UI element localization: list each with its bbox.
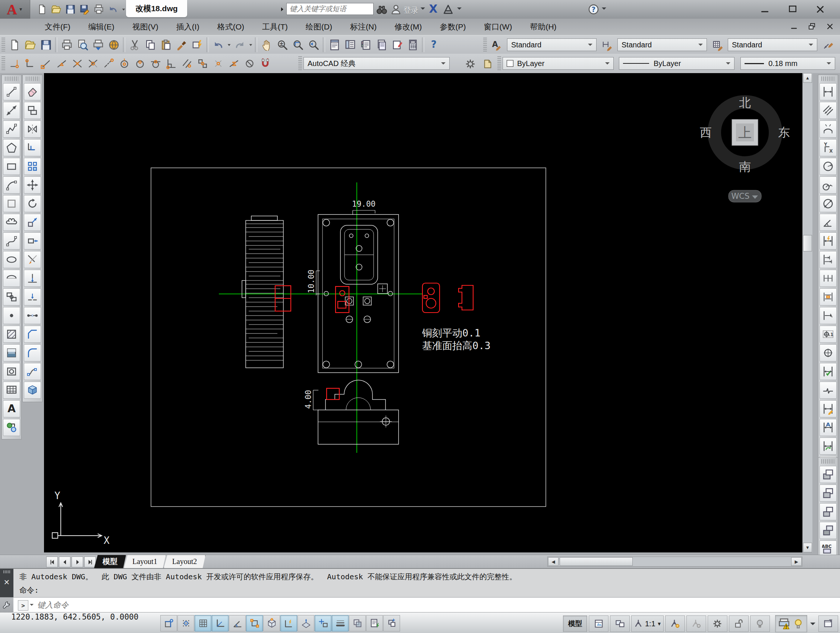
table-button[interactable] xyxy=(3,381,20,399)
undo-button[interactable] xyxy=(210,37,226,52)
inspect-button[interactable] xyxy=(819,363,837,380)
minimize-button[interactable] xyxy=(756,2,774,16)
apparent-intersection-button[interactable] xyxy=(85,55,101,71)
trim-button[interactable] xyxy=(24,251,41,268)
autocad-logo-icon[interactable]: A▼ xyxy=(0,0,30,19)
save-as-button[interactable] xyxy=(78,3,92,16)
osnap-3d-toggle[interactable] xyxy=(263,615,280,631)
join-button[interactable] xyxy=(24,307,41,324)
infer-constraints-toggle[interactable] xyxy=(160,615,177,631)
menu-item[interactable]: 修改(M) xyxy=(385,19,431,35)
hatch-button[interactable] xyxy=(3,326,20,343)
save-button[interactable] xyxy=(64,3,77,16)
maximize-button[interactable] xyxy=(784,2,801,16)
perpendicular-button[interactable] xyxy=(163,55,179,71)
change-space-button[interactable] xyxy=(3,419,20,436)
aligned-button[interactable] xyxy=(819,102,837,119)
text-style-select[interactable]: Standard xyxy=(507,38,597,51)
autodesk-360-icon[interactable] xyxy=(442,3,454,15)
plot-button[interactable] xyxy=(92,3,106,16)
point-button[interactable] xyxy=(3,307,20,324)
new-button[interactable] xyxy=(35,3,49,16)
close-button[interactable] xyxy=(812,2,829,16)
menu-item[interactable]: 标注(N) xyxy=(341,19,385,35)
menu-item[interactable]: 参数(P) xyxy=(431,19,475,35)
dropdown-arrow[interactable] xyxy=(120,2,126,17)
sheet-set-manager-button[interactable] xyxy=(374,37,389,52)
jogged-button[interactable] xyxy=(819,176,837,194)
ortho-toggle[interactable] xyxy=(212,615,229,631)
tolerance-button[interactable]: .1 xyxy=(819,326,837,343)
layout-tab-Layout1[interactable]: Layout1 xyxy=(124,555,166,568)
copy-button[interactable] xyxy=(24,102,41,119)
doc-close-button[interactable] xyxy=(824,21,836,32)
menu-item[interactable]: 帮助(H) xyxy=(521,19,565,35)
login-caret-icon[interactable] xyxy=(420,8,425,12)
polyline-button[interactable] xyxy=(3,120,20,138)
menu-item[interactable]: 编辑(E) xyxy=(79,19,123,35)
paste-button[interactable] xyxy=(158,37,174,52)
toolbar-grip[interactable] xyxy=(821,76,835,81)
color-select[interactable]: ByLayer xyxy=(502,57,614,70)
dim-style-select[interactable]: Standard xyxy=(617,38,707,51)
region-button[interactable] xyxy=(3,363,20,380)
command-close-icon[interactable]: ✕ xyxy=(4,579,10,586)
expand-arrow-icon[interactable] xyxy=(279,5,286,14)
scale-button[interactable] xyxy=(24,214,41,231)
publish-button[interactable] xyxy=(90,37,106,52)
quick-dim-button[interactable] xyxy=(819,233,837,250)
vertical-scroll-thumb[interactable] xyxy=(803,235,812,252)
menu-item[interactable]: 插入(I) xyxy=(167,19,208,35)
help-caret-icon[interactable] xyxy=(602,8,606,12)
mleader-style-button[interactable] xyxy=(820,37,836,53)
baseline-button[interactable] xyxy=(819,251,837,268)
extend-button[interactable] xyxy=(24,270,41,287)
toolbar-grip[interactable] xyxy=(821,459,835,464)
menu-item[interactable]: 绘图(D) xyxy=(297,19,341,35)
rotate-button[interactable] xyxy=(24,195,41,212)
workspace-switch-button[interactable] xyxy=(707,616,727,632)
ordinate-button[interactable]: YX xyxy=(819,139,837,156)
endpoint-button[interactable] xyxy=(38,55,54,71)
scroll-up-button[interactable]: ▲ xyxy=(803,73,812,83)
table-style-button[interactable] xyxy=(710,37,726,53)
command-input[interactable] xyxy=(36,599,560,611)
tray-caret-icon[interactable] xyxy=(810,623,815,628)
temp-track-point-button[interactable] xyxy=(7,55,22,71)
a360-caret-icon[interactable] xyxy=(457,8,461,12)
drawing-canvas[interactable]: 19.00 10.00 4.00 铜刻平动0.1 基准面抬高0.3 Y X xyxy=(44,73,802,552)
menu-item[interactable]: 文件(F) xyxy=(36,19,79,35)
toolbar-grip[interactable] xyxy=(483,38,487,52)
design-center-button[interactable] xyxy=(342,37,358,52)
open-button[interactable] xyxy=(22,37,38,52)
performance-tuner-icon[interactable] xyxy=(792,617,805,630)
toolbar-grip[interactable] xyxy=(2,56,5,71)
quick-view-layouts-button[interactable] xyxy=(589,616,608,632)
clean-screen-button[interactable] xyxy=(818,616,838,632)
osnap-settings-button[interactable] xyxy=(257,55,273,71)
midpoint-button[interactable] xyxy=(54,55,69,71)
markup-set-manager-button[interactable] xyxy=(389,37,405,52)
menu-item[interactable]: 视图(V) xyxy=(123,19,167,35)
continue-button[interactable] xyxy=(819,270,837,287)
workspace-settings-button[interactable] xyxy=(462,56,478,71)
dim-break-button[interactable] xyxy=(819,307,837,324)
jogged-linear-button[interactable] xyxy=(819,381,837,399)
tool-palettes-button[interactable] xyxy=(358,37,374,52)
extension-button[interactable] xyxy=(101,55,116,71)
dim-update-button[interactable] xyxy=(819,438,837,455)
text-style-button[interactable]: A xyxy=(488,37,504,52)
angular-button[interactable] xyxy=(819,214,837,231)
exchange-apps-icon[interactable]: X xyxy=(427,3,439,15)
annotation-visibility-button[interactable] xyxy=(665,616,685,632)
lineweight-select[interactable]: 0.18 mm xyxy=(741,57,835,70)
dim-text-edit-button[interactable]: A xyxy=(819,419,837,436)
prev-tab-button[interactable] xyxy=(59,557,71,567)
layout-tab-Layout2[interactable]: Layout2 xyxy=(164,555,206,568)
block-editor-button[interactable] xyxy=(189,37,205,52)
offset-button[interactable] xyxy=(24,139,41,156)
ducs-toggle[interactable] xyxy=(297,615,314,631)
circle-button[interactable] xyxy=(3,195,20,212)
parallel-button[interactable] xyxy=(179,55,195,71)
center-mark-button[interactable] xyxy=(819,344,837,361)
